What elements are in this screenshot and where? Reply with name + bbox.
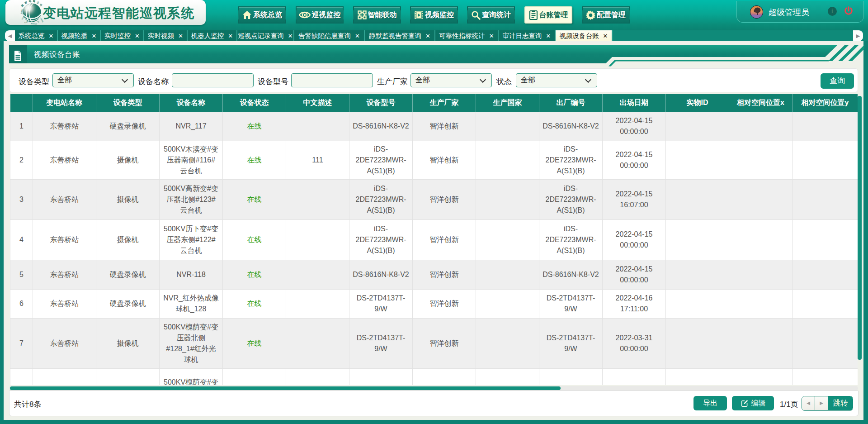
svg-text:公: 公 xyxy=(36,0,40,4)
svg-text:CORPO: CORPO xyxy=(24,20,30,24)
svg-text:国: 国 xyxy=(20,4,24,8)
svg-text:网: 网 xyxy=(33,0,35,3)
svg-text:OF: OF xyxy=(37,20,40,24)
svg-text:电: 电 xyxy=(28,0,32,3)
svg-text:RATION: RATION xyxy=(31,23,38,25)
svg-text:司: 司 xyxy=(38,3,42,7)
svg-text:家: 家 xyxy=(24,1,28,5)
